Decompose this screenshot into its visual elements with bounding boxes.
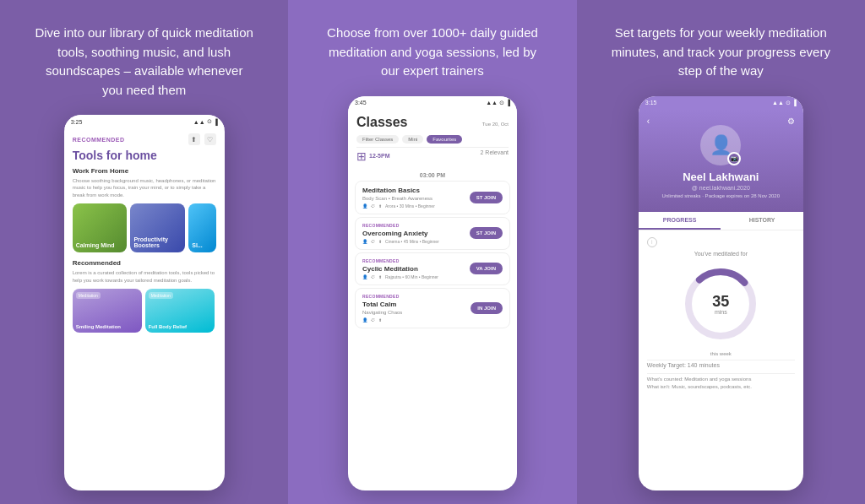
progress-content: i You've meditated for 35 mins this week [639, 230, 803, 398]
rec-card-label-2: Full Body Relief [149, 324, 187, 329]
rec-tag-1: Meditation [76, 292, 101, 299]
card-label-2: Productivity Boosters [133, 236, 182, 249]
status-time-2: 3:45 [355, 100, 367, 106]
profile-avatar: 👤 📷 [700, 125, 741, 165]
signal-icon-3: ▲▲ [772, 100, 784, 106]
classes-list: 03:00 PM Meditation Basics Body Scan • B… [348, 168, 517, 331]
filter-chip-3[interactable]: Favourites [427, 135, 462, 144]
recommended-badge-4: RECOMMENDED [362, 294, 402, 299]
profile-tabs: PROGRESS HISTORY [639, 212, 803, 230]
heart-icon[interactable]: ♡ [204, 133, 216, 145]
classes-header: Classes Tue 20, Oct Filter Classes Mini … [348, 110, 517, 168]
class-sub-1: Body Scan • Breath Awareness [362, 196, 435, 201]
settings-icon[interactable]: ⚙ [787, 117, 795, 126]
class-card-2: RECOMMENDED Overcoming Anxiety 👤 ⏱ ⬆ Cin… [355, 217, 510, 250]
meta-icon-star-4: ⬆ [378, 317, 382, 322]
status-bar-3: 3:15 ▲▲ ⊙ ▐ [639, 96, 803, 110]
divider-1 [647, 360, 795, 360]
tab-history[interactable]: HISTORY [721, 212, 803, 230]
panel-3-description: Set targets for your weekly meditation m… [611, 24, 830, 81]
meta-icon-star-3: ⬆ [378, 274, 382, 279]
time-slot: 03:00 PM [348, 172, 517, 178]
meta-icon-clock-3: ⏱ [371, 274, 375, 279]
class-name-4: Total Calm [362, 301, 402, 308]
rec-cards-row: Meditation Smiling Meditation Meditation… [73, 289, 216, 333]
meditated-label: You've meditated for [647, 251, 795, 257]
meta-icon-person-1: 👤 [362, 203, 367, 209]
class-sub-4: Navigating Chaos [362, 310, 402, 315]
target-row: Weekly Target: 140 minutes [647, 362, 795, 368]
class-meta-4: 👤 ⏱ ⬆ [362, 317, 402, 322]
share-icon[interactable]: ⬆ [188, 133, 200, 145]
meta-icon-clock-2: ⏱ [371, 239, 375, 244]
ring-sublabel: this week [647, 351, 795, 356]
rec-tag-2: Meditation [149, 292, 173, 299]
filter-chip-1[interactable]: Filter Classes [356, 135, 399, 144]
panel-2-description: Choose from over 1000+ daily guided medi… [323, 24, 542, 81]
meta-icon-clock-1: ⏱ [371, 203, 375, 209]
recommended-badge-2: RECOMMENDED [362, 223, 439, 228]
battery-icon: ▐ [214, 119, 218, 125]
tab-progress[interactable]: PROGRESS [639, 212, 721, 230]
ring-center: 35 mins [712, 293, 729, 314]
recommended-label: Recommended [73, 259, 216, 267]
card-sl[interactable]: Sl... [188, 203, 215, 252]
classes-title: Classes [356, 115, 408, 130]
recommended-section: Recommended Lorem is a curated collectio… [73, 259, 216, 333]
avatar-camera-icon[interactable]: 📷 [727, 152, 741, 165]
filter-chip-2[interactable]: Mini [402, 135, 423, 144]
panel-classes: Choose from over 1000+ daily guided medi… [288, 0, 576, 504]
info-icon: i [647, 237, 657, 247]
class-name-1: Meditation Basics [362, 187, 435, 194]
wifi-icon-3: ⊙ [786, 100, 791, 106]
phone-mockup-3: 3:15 ▲▲ ⊙ ▐ ‹ ⚙ 👤 📷 Neel Lakhwani @ neel… [639, 96, 803, 491]
meta-icon-person-4: 👤 [362, 317, 367, 322]
class-card-4: RECOMMENDED Total Calm Navigating Chaos … [355, 288, 510, 328]
panel-tools: Dive into our library of quick meditatio… [0, 0, 288, 504]
avatar-person-icon: 👤 [710, 134, 732, 156]
screen-label-1: RECOMMENDED [73, 137, 125, 143]
join-btn-1[interactable]: ST JOIN [470, 192, 503, 203]
top-count: 2 Relevant [481, 149, 509, 163]
phone-mockup-2: 3:45 ▲▲ ⊙ ▐ Classes Tue 20, Oct Filter C… [348, 96, 517, 491]
ring-value: 35 [712, 293, 729, 308]
profile-header: ‹ ⚙ 👤 📷 Neel Lakhwani @ neel.lakhwani.20… [639, 110, 803, 212]
join-btn-2[interactable]: ST JOIN [470, 227, 503, 239]
meta-icon-clock-4: ⏱ [371, 317, 375, 322]
what-isnt-text: Music, soundscapes, podcasts, etc. [672, 384, 752, 389]
back-icon[interactable]: ‹ [647, 117, 650, 126]
status-time-1: 3:25 [71, 119, 83, 125]
section-desc-1: Choose soothing background music, headph… [73, 177, 216, 198]
card-label-3: Sl... [192, 242, 202, 249]
class-meta-3: 👤 ⏱ ⬆ Rajputra • 60 Min • Beginner [362, 274, 438, 279]
whats-counted: What's counted: Meditation and yoga sess… [647, 376, 795, 391]
join-btn-4[interactable]: IN JOIN [471, 302, 503, 314]
card-label-1: Calming Mind [76, 242, 115, 249]
whats-counted-label: What's counted: [647, 377, 683, 382]
profile-name: Neel Lakhwani [647, 171, 795, 183]
join-btn-3[interactable]: VA JOIN [470, 263, 503, 274]
classes-date: Tue 20, Oct [482, 122, 509, 127]
class-card-1: Meditation Basics Body Scan • Breath Awa… [355, 181, 510, 214]
meta-icon-person-2: 👤 [362, 239, 367, 244]
rec-card-1[interactable]: Meditation Smiling Meditation [73, 289, 142, 333]
class-meta-2: 👤 ⏱ ⬆ Cinema • 45 Mins • Beginner [362, 239, 439, 244]
card-productivity[interactable]: Productivity Boosters [130, 203, 185, 252]
ring-chart: 35 mins [678, 262, 763, 346]
meta-icon-star-1: ⬆ [378, 203, 382, 209]
class-name-2: Overcoming Anxiety [362, 230, 439, 237]
battery-icon-3: ▐ [792, 100, 797, 106]
card-calming[interactable]: Calming Mind [73, 203, 128, 252]
signal-icon: ▲▲ [193, 119, 205, 125]
panel-progress: Set targets for your weekly meditation m… [577, 0, 865, 504]
divider-2 [647, 373, 795, 374]
rec-card-2[interactable]: Meditation Full Body Relief [145, 289, 215, 333]
rec-desc: Lorem is a curated collection of meditat… [73, 269, 216, 284]
class-meta-1: 👤 ⏱ ⬆ Arora • 30 Mins • Beginner [362, 203, 435, 209]
classes-filters: Filter Classes Mini Favourites [356, 135, 509, 144]
what-isnt-label: What isn't: [647, 384, 671, 389]
meta-icon-star-2: ⬆ [378, 239, 382, 244]
meta-icon-person-3: 👤 [362, 274, 367, 279]
screen-title-1: Tools for home [73, 149, 216, 162]
status-bar-2: 3:45 ▲▲ ⊙ ▐ [348, 96, 517, 110]
